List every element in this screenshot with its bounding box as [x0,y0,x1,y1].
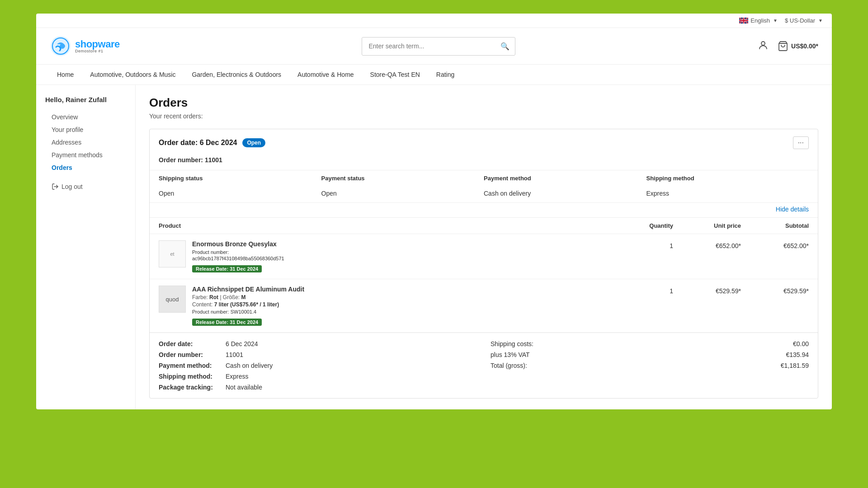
groesse-value: M [241,294,246,300]
nav-item-store-qa[interactable]: Store-QA Test EN [363,65,427,84]
footer-row-order-number: Order number: 11001 [159,351,477,358]
product-attr-farbe: Farbe: Rot | Größe: M [192,294,619,300]
logo-shopware-name: shopware [75,39,120,49]
nav-item-garden-electronics[interactable]: Garden, Electronics & Outdoors [184,65,288,84]
footer-row-package-tracking: Package tracking: Not available [159,384,477,391]
cart-icon [778,41,788,52]
sidebar-item-addresses[interactable]: Addresses [45,136,126,149]
product-details-1: Enormous Bronze Quesylax Product number:… [192,240,619,272]
product-thumb-text-1: et [170,251,174,257]
farbe-label: Farbe: [192,294,208,300]
product-number-value-2: SW10001.4 [231,309,256,314]
page-title: Orders [149,96,818,110]
language-selector[interactable]: English ▼ [739,17,778,24]
language-label: English [750,17,770,24]
footer-label-shipping-method: Shipping method: [159,373,222,380]
sidebar-link-profile[interactable]: Your profile [52,126,83,133]
order-number-row: Order number: 11001 [150,156,818,170]
nav-item-automotive-outdoors-music[interactable]: Automotive, Outdoors & Music [83,65,183,84]
footer-label-order-number: Order number: [159,351,222,358]
logo-tagline: Demostore #1 [75,49,120,53]
sidebar-item-overview[interactable]: Overview [45,111,126,123]
product-row-1: et Enormous Bronze Quesylax Product numb… [150,234,818,279]
footer-value-order-date: 6 Dec 2024 [226,340,258,347]
order-number-label: Order number: [159,156,205,164]
currency-selector[interactable]: $ US-Dollar ▼ [785,17,823,24]
col-shipping-status: Shipping status [159,175,321,182]
search-input[interactable] [362,38,495,54]
nav-item-rating[interactable]: Rating [429,65,462,84]
account-icon [758,40,769,51]
footer-left: Order date: 6 Dec 2024 Order number: 110… [159,340,477,391]
product-qty-2: 1 [619,286,673,295]
product-subtotal-2: €529.59* [741,286,809,295]
fr-label-total: Total (gross): [491,362,527,369]
order-footer: Order date: 6 Dec 2024 Order number: 110… [150,333,818,398]
val-shipping-method: Express [646,190,809,197]
sidebar-menu: Overview Your profile Addresses Payment … [45,111,126,174]
product-info-1: et Enormous Bronze Quesylax Product numb… [159,240,619,272]
col-payment-status: Payment status [321,175,484,182]
order-menu-button[interactable]: ··· [793,136,809,149]
cart-button[interactable]: US$0.00* [778,41,818,52]
search-bar: 🔍 [362,37,515,56]
product-name-2: AAA Richnsippet DE Aluminum Audit [192,286,619,293]
content-value: 7 liter (US$75.66* / 1 liter) [214,301,279,308]
product-number-label-1: Product number: [192,249,229,255]
col-unit-price: Unit price [673,222,741,229]
product-attr-content: Content: 7 liter (US$75.66* / 1 liter) [192,301,619,308]
product-name-1: Enormous Bronze Quesylax [192,240,619,248]
footer-label-payment-method: Payment method: [159,362,222,369]
footer-right-row-total: Total (gross): €1,181.59 [491,362,809,369]
main-content: Orders Your recent orders: Order date: 6… [136,85,832,409]
product-number-label-2: Product number: [192,309,229,314]
product-thumb-2: quod [159,286,186,313]
product-number-value-1: ac96bcb1787f43108498ba55068360d571 [192,256,284,261]
footer-value-order-number: 11001 [226,351,243,358]
val-shipping-status: Open [159,190,321,197]
val-payment-status: Open [321,190,484,197]
order-card: Order date: 6 Dec 2024 Open ··· Order nu… [149,129,818,399]
content-label: Content: [192,301,212,308]
fr-label-vat: plus 13% VAT [491,351,530,358]
sidebar-link-orders[interactable]: Orders [52,164,72,171]
product-subtotal-1: €652.00* [741,240,809,249]
col-quantity: Quantity [619,222,673,229]
product-qty-1: 1 [619,240,673,249]
sidebar-item-orders[interactable]: Orders [45,161,126,174]
svg-point-2 [761,42,765,45]
nav-item-home[interactable]: Home [50,65,81,84]
sidebar-logout-button[interactable]: Log out [45,183,126,190]
footer-right-row-shipping: Shipping costs: €0.00 [491,340,809,347]
account-button[interactable] [758,40,769,53]
hide-details-button[interactable]: Hide details [776,206,809,213]
sidebar: Hello, Rainer Zufall Overview Your profi… [36,85,136,409]
logout-icon [52,183,59,190]
sidebar-link-addresses[interactable]: Addresses [52,139,81,146]
fr-label-shipping: Shipping costs: [491,340,533,347]
order-header-left: Order date: 6 Dec 2024 Open [159,138,265,147]
product-info-2: quod AAA Richnsippet DE Aluminum Audit F… [159,286,619,326]
search-button[interactable]: 🔍 [495,38,515,55]
sidebar-link-overview[interactable]: Overview [52,113,78,121]
fr-value-total: €1,181.59 [781,362,809,369]
shopware-logo-icon [50,35,71,57]
footer-value-package-tracking: Not available [226,384,262,391]
nav-item-automotive-home[interactable]: Automotive & Home [290,65,361,84]
sidebar-greeting: Hello, Rainer Zufall [45,96,126,103]
sidebar-item-payment-methods[interactable]: Payment methods [45,149,126,161]
flag-icon [739,18,748,23]
col-shipping-method: Shipping method [646,175,809,182]
val-payment-method: Cash on delivery [484,190,646,197]
release-badge-1: Release Date: 31 Dec 2024 [192,265,262,272]
product-unit-price-2: €529.59* [673,286,741,295]
sidebar-link-payment-methods[interactable]: Payment methods [52,151,103,159]
groesse-label: Größe: [223,294,240,300]
sidebar-item-profile[interactable]: Your profile [45,123,126,136]
header: shopware Demostore #1 🔍 [36,28,832,65]
main-container: English ▼ $ US-Dollar ▼ shopware [36,14,832,409]
order-date-title: Order date: 6 Dec 2024 [159,139,237,147]
logout-label: Log out [61,183,83,190]
footer-right: Shipping costs: €0.00 plus 13% VAT €135.… [491,340,809,391]
fr-value-vat: €135.94 [786,351,809,358]
